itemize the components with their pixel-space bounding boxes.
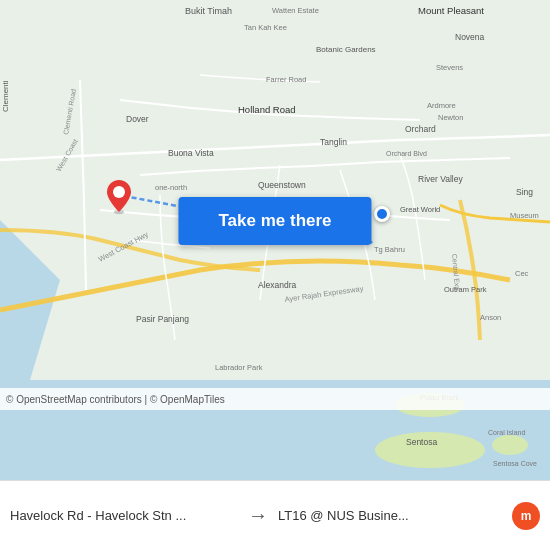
moovit-icon: m (512, 502, 540, 530)
bottom-bar: Havelock Rd - Havelock Stn ... → LT16 @ … (0, 480, 550, 550)
svg-text:Botanic Gardens: Botanic Gardens (316, 45, 376, 54)
origin-pin (105, 178, 133, 218)
svg-text:Dover: Dover (126, 114, 149, 124)
svg-text:Bukit Timah: Bukit Timah (185, 6, 232, 16)
origin-label: Havelock Rd - Havelock Stn ... (10, 508, 238, 523)
svg-text:Orchard Blvd: Orchard Blvd (386, 150, 427, 157)
svg-text:Cec: Cec (515, 269, 529, 278)
svg-text:Pasir Panjang: Pasir Panjang (136, 314, 189, 324)
svg-text:Ardmore: Ardmore (427, 101, 456, 110)
svg-text:Mount Pleasant: Mount Pleasant (418, 5, 484, 16)
svg-text:Stevens: Stevens (436, 63, 463, 72)
arrow-icon: → (248, 504, 268, 527)
svg-text:Tan Kah Kee: Tan Kah Kee (244, 23, 287, 32)
svg-text:one-north: one-north (155, 183, 187, 192)
destination-label: LT16 @ NUS Busine... (278, 508, 506, 523)
svg-text:Alexandra: Alexandra (258, 280, 297, 290)
svg-text:Clementi: Clementi (1, 80, 10, 112)
svg-text:Orchard: Orchard (405, 124, 436, 134)
svg-text:Tg Bahru: Tg Bahru (374, 245, 405, 254)
svg-text:Coral Island: Coral Island (488, 429, 525, 436)
svg-text:Queenstown: Queenstown (258, 180, 306, 190)
svg-point-48 (113, 186, 125, 198)
svg-text:Anson: Anson (480, 313, 501, 322)
svg-text:Sentosa: Sentosa (406, 437, 437, 447)
svg-text:Buona Vista: Buona Vista (168, 148, 214, 158)
attribution-bar: © OpenStreetMap contributors | © OpenMap… (0, 388, 550, 410)
svg-text:River Valley: River Valley (418, 174, 463, 184)
svg-text:Holland Road: Holland Road (238, 104, 296, 115)
svg-text:Outram Park: Outram Park (444, 285, 487, 294)
svg-text:Novena: Novena (455, 32, 485, 42)
svg-text:Sing: Sing (516, 187, 533, 197)
take-me-there-button[interactable]: Take me there (178, 197, 371, 245)
map-container: Mount Pleasant Holland Road Bukit Timah … (0, 0, 550, 480)
svg-text:Tanglin: Tanglin (320, 137, 347, 147)
svg-text:Watten Estate: Watten Estate (272, 6, 319, 15)
svg-text:Labrador Park: Labrador Park (215, 363, 263, 372)
destination-info: LT16 @ NUS Busine... (278, 508, 506, 523)
svg-point-6 (492, 435, 528, 455)
svg-text:Great World: Great World (400, 205, 440, 214)
moovit-logo: m (512, 502, 540, 530)
svg-text:Newton: Newton (438, 113, 463, 122)
svg-text:Museum: Museum (510, 211, 539, 220)
attribution-text: © OpenStreetMap contributors | © OpenMap… (6, 394, 225, 405)
svg-text:Sentosa Cove: Sentosa Cove (493, 460, 537, 467)
origin-info: Havelock Rd - Havelock Stn ... (10, 508, 238, 523)
svg-text:Farrer Road: Farrer Road (266, 75, 306, 84)
